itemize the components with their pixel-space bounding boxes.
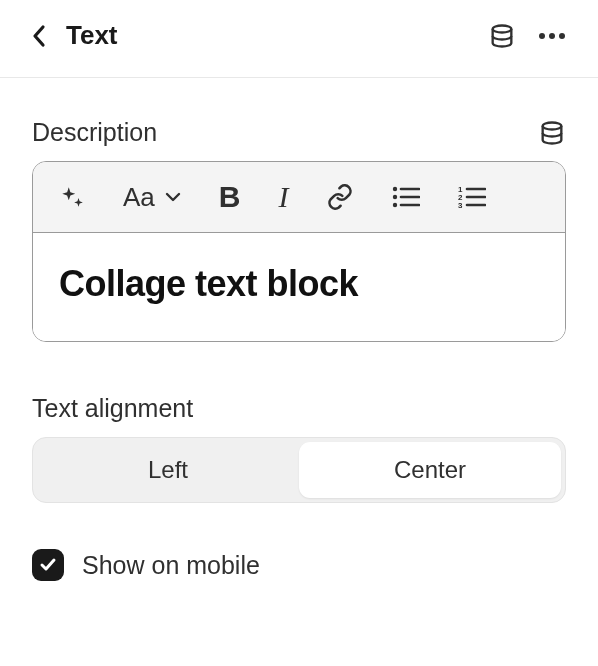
svg-point-7 — [393, 195, 397, 199]
more-icon — [538, 32, 566, 40]
page-title: Text — [66, 20, 118, 51]
svg-point-4 — [543, 122, 562, 129]
text-alignment-label: Text alignment — [32, 394, 566, 423]
database-icon — [538, 119, 566, 147]
link-icon — [326, 183, 354, 211]
ai-button[interactable] — [59, 184, 85, 210]
database-button[interactable] — [488, 22, 516, 50]
editor-text: Collage text block — [59, 263, 539, 305]
numbered-list-button[interactable]: 1 2 3 — [458, 185, 486, 209]
italic-button[interactable]: I — [278, 180, 288, 214]
more-button[interactable] — [538, 32, 566, 40]
svg-point-2 — [549, 33, 555, 39]
editor-toolbar: Aa B I — [33, 162, 565, 233]
italic-icon: I — [278, 180, 288, 214]
svg-point-5 — [393, 187, 397, 191]
header-right — [488, 22, 566, 50]
svg-point-9 — [393, 203, 397, 207]
description-database-button[interactable] — [538, 119, 566, 147]
text-alignment-section: Text alignment Left Center — [32, 394, 566, 503]
database-icon — [488, 22, 516, 50]
link-button[interactable] — [326, 183, 354, 211]
chevron-left-icon — [32, 24, 46, 48]
show-on-mobile-row: Show on mobile — [32, 549, 566, 581]
show-on-mobile-checkbox[interactable] — [32, 549, 64, 581]
text-alignment-segmented: Left Center — [32, 437, 566, 503]
svg-point-1 — [539, 33, 545, 39]
chevron-down-icon — [165, 192, 181, 202]
numbered-list-icon: 1 2 3 — [458, 185, 486, 209]
sparkle-icon — [59, 184, 85, 210]
svg-point-3 — [559, 33, 565, 39]
description-label: Description — [32, 118, 157, 147]
bold-icon: B — [219, 180, 241, 214]
editor-content-area[interactable]: Collage text block — [33, 233, 565, 341]
svg-point-0 — [493, 25, 512, 32]
header-left: Text — [32, 20, 118, 51]
bold-button[interactable]: B — [219, 180, 241, 214]
rich-text-editor: Aa B I — [32, 161, 566, 342]
font-aa-icon: Aa — [123, 182, 155, 213]
back-button[interactable] — [32, 24, 46, 48]
description-label-row: Description — [32, 118, 566, 147]
check-icon — [39, 556, 57, 574]
bullet-list-icon — [392, 185, 420, 209]
font-style-button[interactable]: Aa — [123, 182, 181, 213]
bullet-list-button[interactable] — [392, 185, 420, 209]
segment-left[interactable]: Left — [37, 442, 299, 498]
header: Text — [0, 0, 598, 78]
content: Description Aa B — [0, 78, 598, 621]
show-on-mobile-label: Show on mobile — [82, 551, 260, 580]
segment-center[interactable]: Center — [299, 442, 561, 498]
svg-text:3: 3 — [458, 201, 463, 209]
